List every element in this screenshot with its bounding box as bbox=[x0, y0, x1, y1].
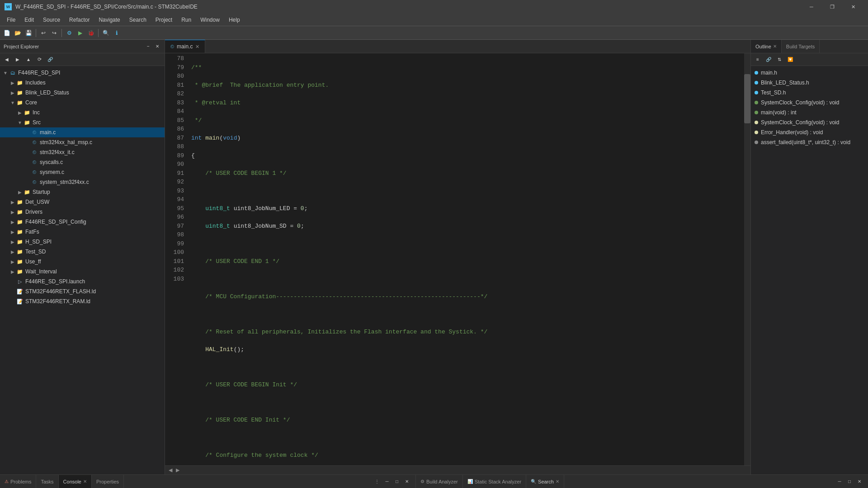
tree-item-h-sd-spi[interactable]: ▶ 📁 H_SD_SPI bbox=[0, 237, 165, 247]
tab-problems[interactable]: ⚠ Problems bbox=[0, 475, 36, 488]
menu-source[interactable]: Source bbox=[38, 15, 65, 25]
debug-button[interactable]: 🐞 bbox=[86, 28, 96, 38]
c-file-icon: © bbox=[31, 178, 38, 186]
tree-item-sysmem[interactable]: © sysmem.c bbox=[0, 167, 165, 177]
tree-item-it-c[interactable]: © stm32f4xx_it.c bbox=[0, 147, 165, 157]
tree-item-startup[interactable]: ▶ 📁 Startup bbox=[0, 187, 165, 197]
pe-close-button[interactable]: ✕ bbox=[154, 43, 161, 50]
open-button[interactable]: 📂 bbox=[13, 28, 23, 38]
pe-back-button[interactable]: ◀ bbox=[2, 55, 12, 65]
tree-item-hal-msp[interactable]: © stm32f4xx_hal_msp.c bbox=[0, 137, 165, 147]
menu-edit[interactable]: Edit bbox=[20, 15, 38, 25]
redo-button[interactable]: ↪ bbox=[49, 28, 59, 38]
code-line-83: { bbox=[191, 151, 744, 160]
outline-item-assert-failed[interactable]: assert_failed(uint8_t*, uint32_t) : void bbox=[751, 137, 868, 147]
tree-item-flash-ld[interactable]: 📝 STM32F446RETX_FLASH.ld bbox=[0, 286, 165, 296]
outline-item-sysclock-decl[interactable]: SystemClock_Config(void) : void bbox=[751, 98, 868, 108]
scroll-right-button[interactable]: ▶ bbox=[176, 467, 179, 473]
menu-help[interactable]: Help bbox=[224, 15, 245, 25]
tree-item-project[interactable]: ▼ 🗂 F446RE_SD_SPI bbox=[0, 68, 165, 78]
info-button[interactable]: ℹ bbox=[112, 28, 122, 38]
tree-item-launch[interactable]: ▷ F446RE_SD_SPI.launch bbox=[0, 277, 165, 286]
pe-forward-button[interactable]: ▶ bbox=[13, 55, 23, 65]
tree-item-syscalls[interactable]: © syscalls.c bbox=[0, 157, 165, 167]
code-content[interactable]: /** * @brief The application entry point… bbox=[188, 53, 744, 465]
tree-item-core[interactable]: ▼ 📁 Core bbox=[0, 98, 165, 108]
pe-refresh-button[interactable]: ⟳ bbox=[34, 55, 44, 65]
tree-item-det-usw[interactable]: ▶ 📁 Det_USW bbox=[0, 197, 165, 207]
undo-button[interactable]: ↩ bbox=[38, 28, 48, 38]
save-button[interactable]: 💾 bbox=[24, 28, 33, 38]
pe-up-button[interactable]: ▲ bbox=[24, 55, 33, 65]
tab-tasks[interactable]: Tasks bbox=[36, 475, 58, 488]
tree-item-config[interactable]: ▶ 📁 F446RE_SD_SPI_Config bbox=[0, 217, 165, 227]
pe-link-button[interactable]: 🔗 bbox=[45, 55, 55, 65]
includes-label: Includes bbox=[25, 80, 46, 86]
menu-project[interactable]: Project bbox=[151, 15, 177, 25]
outline-close-icon[interactable]: ✕ bbox=[773, 44, 777, 49]
tab-build-analyzer[interactable]: ⚙ Build Analyzer bbox=[416, 475, 463, 488]
tree-item-test-sd[interactable]: ▶ 📁 Test_SD bbox=[0, 247, 165, 257]
bottom-right-panel: ⚙ Build Analyzer 📊 Static Stack Analyzer… bbox=[416, 475, 868, 488]
outline-item-error-handler[interactable]: Error_Handler(void) : void bbox=[751, 127, 868, 137]
bp-minimize-button[interactable]: ─ bbox=[382, 477, 392, 487]
outline-filter[interactable]: 🔽 bbox=[785, 55, 795, 65]
editor-scrollbar[interactable] bbox=[744, 53, 750, 465]
outline-collapse-all[interactable]: ≡ bbox=[753, 55, 763, 65]
menu-run[interactable]: Run bbox=[177, 15, 196, 25]
tab-properties[interactable]: Properties bbox=[92, 475, 124, 488]
run-button[interactable]: ▶ bbox=[75, 28, 85, 38]
build-button[interactable]: ⚙ bbox=[64, 28, 74, 38]
tree-item-fatfs[interactable]: ▶ 📁 FatFs bbox=[0, 227, 165, 237]
bp-maximize-button[interactable]: □ bbox=[392, 477, 402, 487]
tree-item-system-c[interactable]: © system_stm32f4xx.c bbox=[0, 177, 165, 187]
code-editor[interactable]: 78 79 80 81 82 83 84 85 86 87 88 89 90 9… bbox=[165, 53, 750, 465]
outline-item-blink-h[interactable]: Blink_LED_Status.h bbox=[751, 78, 868, 88]
outline-item-main-h[interactable]: main.h bbox=[751, 68, 868, 78]
new-file-button[interactable]: 📄 bbox=[2, 28, 12, 38]
minimize-button[interactable]: ─ bbox=[801, 0, 822, 14]
tab-static-stack[interactable]: 📊 Static Stack Analyzer bbox=[463, 475, 526, 488]
tab-search[interactable]: 🔍 Search ✕ bbox=[526, 475, 564, 488]
tree-item-main-c[interactable]: © main.c bbox=[0, 127, 165, 137]
maximize-button[interactable]: ❐ bbox=[822, 0, 843, 14]
main-c-label: main.c bbox=[40, 129, 56, 136]
search-toolbar-button[interactable]: 🔍 bbox=[101, 28, 111, 38]
sp-minimize-button[interactable]: ─ bbox=[835, 477, 844, 487]
bp-close-button[interactable]: ✕ bbox=[402, 477, 412, 487]
console-close-button[interactable]: ✕ bbox=[83, 479, 87, 484]
tree-item-wait-interval[interactable]: ▶ 📁 Wait_Interval bbox=[0, 267, 165, 277]
tree-item-inc[interactable]: ▶ 📁 Inc bbox=[0, 108, 165, 117]
menu-refactor[interactable]: Refactor bbox=[65, 15, 94, 25]
config-label: F446RE_SD_SPI_Config bbox=[25, 219, 86, 225]
bp-menu-button[interactable]: ⋮ bbox=[372, 477, 382, 487]
tree-item-includes[interactable]: ▶ 📁 Includes bbox=[0, 78, 165, 88]
tree-item-ram-ld[interactable]: 📝 STM32F446RETX_RAM.ld bbox=[0, 296, 165, 306]
sp-maximize-button[interactable]: □ bbox=[844, 477, 854, 487]
menu-window[interactable]: Window bbox=[196, 15, 224, 25]
outline-sort[interactable]: ⇅ bbox=[774, 55, 784, 65]
tasks-label: Tasks bbox=[41, 479, 53, 484]
tab-console[interactable]: Console ✕ bbox=[59, 475, 92, 488]
scroll-left-button[interactable]: ◀ bbox=[169, 467, 172, 473]
sp-close-button[interactable]: ✕ bbox=[854, 477, 864, 487]
outline-item-sysclock-def[interactable]: SystemClock_Config(void) : void bbox=[751, 117, 868, 127]
tab-main-c[interactable]: © main.c ✕ bbox=[165, 40, 205, 53]
tab-outline[interactable]: Outline ✕ bbox=[751, 40, 782, 53]
outline-item-test-sd-h[interactable]: Test_SD.h bbox=[751, 88, 868, 98]
scroll-thumb[interactable] bbox=[744, 74, 750, 123]
tree-item-blink-led[interactable]: ▶ 📁 Blink_LED_Status bbox=[0, 88, 165, 98]
outline-link-editor[interactable]: 🔗 bbox=[764, 55, 774, 65]
tree-item-src[interactable]: ▼ 📁 Src bbox=[0, 117, 165, 127]
outline-item-main-func[interactable]: main(void) : int bbox=[751, 108, 868, 117]
search-close-icon[interactable]: ✕ bbox=[556, 479, 559, 484]
close-button[interactable]: ✕ bbox=[843, 0, 863, 14]
close-tab-button[interactable]: ✕ bbox=[195, 44, 199, 50]
menu-navigate[interactable]: Navigate bbox=[94, 15, 124, 25]
menu-file[interactable]: File bbox=[2, 15, 20, 25]
pe-collapse-button[interactable]: − bbox=[145, 43, 152, 50]
tree-item-use-ff[interactable]: ▶ 📁 Use_ff bbox=[0, 257, 165, 267]
tab-build-targets[interactable]: Build Targets bbox=[782, 40, 820, 53]
menu-search[interactable]: Search bbox=[125, 15, 151, 25]
tree-item-drivers[interactable]: ▶ 📁 Drivers bbox=[0, 207, 165, 217]
